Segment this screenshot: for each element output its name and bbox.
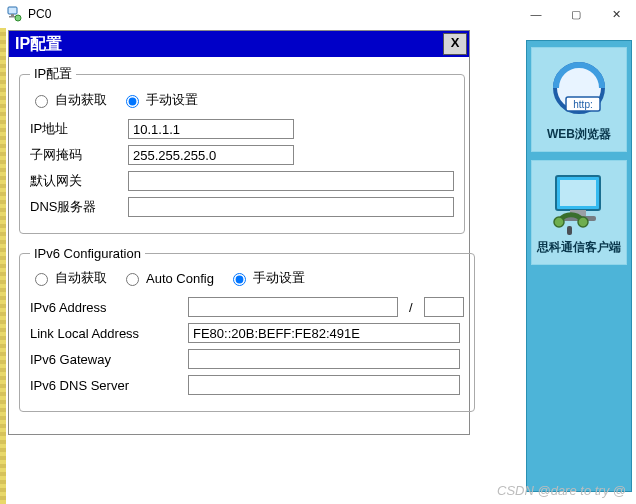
- dns-server-label: DNS服务器: [30, 198, 120, 216]
- ipv6-radio-manual-label: 手动设置: [253, 269, 305, 287]
- ipv4-radio-manual[interactable]: 手动设置: [121, 91, 198, 109]
- ipv4-group: IP配置 自动获取 手动设置 IP地址 子网掩码: [19, 65, 465, 234]
- launcher-web-label: WEB浏览器: [534, 126, 624, 143]
- ipv6-radio-auto[interactable]: 自动获取: [30, 269, 107, 287]
- ipv6-gateway-input[interactable]: [188, 349, 460, 369]
- ipv4-radio-auto-label: 自动获取: [55, 91, 107, 109]
- window-title: PC0: [28, 7, 51, 21]
- ipv6-radio-autocfg-input[interactable]: [126, 273, 139, 286]
- ipv6-dns-label: IPv6 DNS Server: [30, 378, 180, 393]
- ip-config-dialog: IP配置 X IP配置 自动获取 手动设置 IP地址: [8, 30, 470, 435]
- app-pc-icon: [6, 6, 22, 22]
- ip-address-input[interactable]: [128, 119, 294, 139]
- ipv6-lla-input[interactable]: [188, 323, 460, 343]
- dialog-titlebar: IP配置 X: [9, 31, 469, 57]
- dns-server-input[interactable]: [128, 197, 454, 217]
- ipv6-group: IPv6 Configuration 自动获取 Auto Config 手动设置: [19, 246, 475, 412]
- ipv6-address-label: IPv6 Address: [30, 300, 180, 315]
- launcher-panel: http: WEB浏览器 思科通信客户端: [526, 40, 632, 492]
- subnet-mask-input[interactable]: [128, 145, 294, 165]
- window-maximize-button[interactable]: ▢: [556, 1, 596, 27]
- svg-point-11: [554, 217, 564, 227]
- svg-point-3: [15, 15, 21, 21]
- launcher-web-browser[interactable]: http: WEB浏览器: [531, 47, 627, 152]
- svg-rect-13: [567, 226, 572, 235]
- ipv6-dns-input[interactable]: [188, 375, 460, 395]
- ipv6-radio-auto-label: 自动获取: [55, 269, 107, 287]
- ipv6-legend: IPv6 Configuration: [30, 246, 145, 261]
- subnet-mask-label: 子网掩码: [30, 146, 120, 164]
- ipv6-prefix-input[interactable]: [424, 297, 464, 317]
- ipv6-radio-autocfg-label: Auto Config: [146, 271, 214, 286]
- ipv6-lla-label: Link Local Address: [30, 326, 180, 341]
- svg-point-12: [578, 217, 588, 227]
- ipv6-radio-auto-input[interactable]: [35, 273, 48, 286]
- ipv6-radio-autocfg[interactable]: Auto Config: [121, 270, 214, 286]
- ipv4-radio-auto[interactable]: 自动获取: [30, 91, 107, 109]
- web-browser-icon: http:: [534, 54, 624, 126]
- dialog-close-button[interactable]: X: [443, 33, 467, 55]
- ipv4-radio-manual-input[interactable]: [126, 95, 139, 108]
- left-decorative-strip: [0, 28, 6, 504]
- window-titlebar: PC0 — ▢ ✕: [0, 0, 636, 29]
- ipv6-radio-manual-input[interactable]: [233, 273, 246, 286]
- ipv6-prefix-slash: /: [406, 300, 416, 315]
- dialog-title-text: IP配置: [15, 34, 62, 55]
- svg-rect-1: [11, 14, 14, 16]
- cisco-client-icon: [534, 167, 624, 239]
- window-close-button[interactable]: ✕: [596, 1, 636, 27]
- ipv4-radio-manual-label: 手动设置: [146, 91, 198, 109]
- svg-rect-8: [560, 180, 596, 206]
- window-minimize-button[interactable]: —: [516, 1, 556, 27]
- svg-rect-0: [8, 7, 17, 14]
- ipv6-address-input[interactable]: [188, 297, 398, 317]
- ipv4-legend: IP配置: [30, 65, 76, 83]
- ipv4-radio-auto-input[interactable]: [35, 95, 48, 108]
- launcher-client-label: 思科通信客户端: [534, 239, 624, 256]
- default-gateway-label: 默认网关: [30, 172, 120, 190]
- ip-address-label: IP地址: [30, 120, 120, 138]
- ipv6-radio-manual[interactable]: 手动设置: [228, 269, 305, 287]
- default-gateway-input[interactable]: [128, 171, 454, 191]
- ipv6-gateway-label: IPv6 Gateway: [30, 352, 180, 367]
- svg-text:http:: http:: [573, 99, 592, 110]
- launcher-cisco-client[interactable]: 思科通信客户端: [531, 160, 627, 265]
